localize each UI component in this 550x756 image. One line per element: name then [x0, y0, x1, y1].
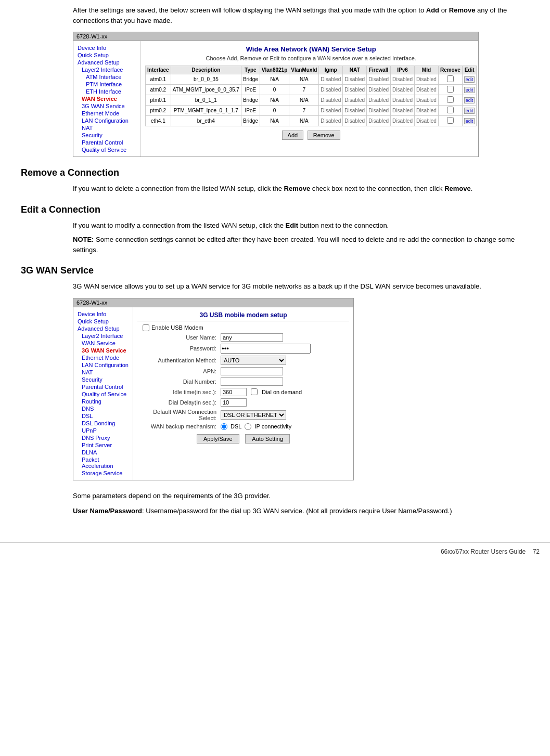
apn-row: APN: — [137, 367, 349, 375]
col-nat: NAT — [343, 66, 367, 74]
sidebar-3g-wan[interactable]: 3G WAN Service — [73, 102, 140, 110]
sidebar2-security[interactable]: Security — [73, 376, 133, 383]
remove-checkbox-2[interactable] — [447, 86, 454, 93]
edit-btn-4[interactable]: edit — [464, 108, 475, 114]
sidebar2-qos[interactable]: Quality of Service — [73, 390, 133, 398]
sidebar-parental[interactable]: Parental Control — [73, 139, 140, 146]
sidebar-ptm[interactable]: PTM Interface — [73, 81, 140, 88]
edit-btn-5[interactable]: edit — [464, 118, 475, 124]
password-row: Password: — [137, 344, 349, 354]
sidebar-lan-config[interactable]: LAN Configuration — [73, 117, 140, 124]
dial-on-demand-checkbox[interactable] — [251, 388, 258, 395]
intro-paragraph: After the settings are saved, the below … — [21, 5, 529, 25]
username-input[interactable] — [221, 333, 283, 342]
apply-save-button[interactable]: Apply/Save — [197, 434, 239, 444]
sidebar-qos[interactable]: Quality of Service — [73, 146, 140, 153]
remove-checkbox-5[interactable] — [447, 117, 454, 124]
sidebar2-dlna[interactable]: DLNA — [73, 449, 133, 456]
sidebar2-nat[interactable]: NAT — [73, 369, 133, 376]
username-row: User Name: — [137, 333, 349, 342]
wan-title: Wide Area Network (WAN) Service Setup — [145, 45, 477, 53]
sidebar2-ethernet-mode[interactable]: Ethernet Mode — [73, 354, 133, 361]
sidebar2-packet-accel[interactable]: Packet Acceleration — [73, 456, 133, 470]
username-password-section: User Name/Password: Username/password fo… — [21, 506, 529, 516]
sidebar2-dns[interactable]: DNS — [73, 405, 133, 412]
sidebar-wan-service[interactable]: WAN Service — [73, 95, 140, 102]
sidebar2-storage[interactable]: Storage Service — [73, 470, 133, 477]
sidebar2-wan-service[interactable]: WAN Service — [73, 340, 133, 347]
sidebar-ethernet-mode[interactable]: Ethernet Mode — [73, 110, 140, 117]
remove-connection-body: If you want to delete a connection from … — [21, 184, 529, 194]
idle-time-row: Idle time(in sec.): Dial on demand — [137, 388, 349, 396]
remove-checkbox-3[interactable] — [447, 96, 454, 103]
footer-text: 66xx/67xx Router Users Guide — [441, 548, 526, 555]
wan-backup-dsl-label: DSL — [231, 423, 241, 429]
sidebar2-parental[interactable]: Parental Control — [73, 383, 133, 390]
footer-page: 72 — [533, 548, 540, 555]
enable-usb-label: Enable USB Modem — [151, 324, 203, 331]
col-description: Description — [171, 66, 241, 74]
table-row: ptm0.1 br_0_1_1 Bridge N/A N/A Disabled … — [146, 95, 477, 106]
edit-btn-1[interactable]: edit — [464, 76, 475, 83]
remove-checkbox-4[interactable] — [447, 107, 454, 113]
sidebar2-dsl[interactable]: DSL — [73, 412, 133, 420]
sidebar2-3g-wan[interactable]: 3G WAN Service — [73, 347, 133, 354]
sidebar2-lan-config[interactable]: LAN Configuration — [73, 361, 133, 369]
dial-number-row: Dial Number: — [137, 377, 349, 386]
sidebar2-dns-proxy[interactable]: DNS Proxy — [73, 434, 133, 441]
col-vlan8021p: Vlan8021p — [260, 66, 289, 74]
col-ipv6: IPv6 — [391, 66, 415, 74]
sidebar-atm[interactable]: ATM Interface — [73, 73, 140, 81]
router-titlebar-1: 6728-W1-xx — [73, 32, 478, 41]
wan-buttons: Add Remove — [145, 131, 477, 140]
enable-usb-checkbox[interactable] — [143, 324, 149, 331]
sidebar2-routing[interactable]: Routing — [73, 398, 133, 405]
sidebar2-device-info[interactable]: Device Info — [73, 310, 133, 318]
dial-on-demand-label: Dial on demand — [262, 389, 302, 395]
router-main-1: Wide Area Network (WAN) Service Setup Ch… — [141, 41, 481, 157]
sidebar2-quick-setup[interactable]: Quick Setup — [73, 318, 133, 325]
wan-backup-dsl-radio[interactable] — [221, 423, 227, 430]
sidebar2-upnp[interactable]: UPnP — [73, 427, 133, 434]
idle-time-input[interactable] — [221, 388, 247, 396]
router-screenshot-1: 6728-W1-xx Device Info Quick Setup Advan… — [73, 32, 479, 157]
edit-btn-3[interactable]: edit — [464, 97, 475, 103]
sidebar-quick-setup[interactable]: Quick Setup — [73, 51, 140, 59]
after-text: Some parameters depend on the requiremen… — [21, 491, 529, 501]
sidebar2-advanced-setup[interactable]: Advanced Setup — [73, 325, 133, 332]
apn-input[interactable] — [221, 367, 283, 375]
sidebar-device-info[interactable]: Device Info — [73, 44, 140, 51]
col-vlanmuxid: VlanMuxId — [289, 66, 319, 74]
remove-connection-heading: Remove a Connection — [21, 167, 529, 178]
enable-usb-row: Enable USB Modem — [137, 324, 349, 331]
sidebar2-dsl-bonding[interactable]: DSL Bonding — [73, 420, 133, 427]
wan-backup-ip-radio[interactable] — [245, 423, 251, 430]
sidebar-eth[interactable]: ETH Interface — [73, 88, 140, 95]
password-input[interactable] — [221, 344, 311, 354]
edit-connection-heading: Edit a Connection — [21, 204, 529, 215]
wan-backup-ip-label: IP connectivity — [254, 423, 291, 429]
sidebar2-print-server[interactable]: Print Server — [73, 441, 133, 449]
router-sidebar-1: Device Info Quick Setup Advanced Setup L… — [73, 41, 141, 157]
sidebar-advanced-setup[interactable]: Advanced Setup — [73, 59, 140, 66]
wan-table: Interface Description Type Vlan8021p Vla… — [145, 66, 477, 126]
dial-delay-row: Dial Delay(in sec.): — [137, 398, 349, 407]
remove-checkbox-1[interactable] — [447, 75, 454, 82]
modem-title: 3G USB mobile modem setup — [137, 311, 349, 321]
edit-btn-2[interactable]: edit — [464, 87, 475, 93]
sidebar2-layer2[interactable]: Layer2 Interface — [73, 332, 133, 340]
dial-number-input[interactable] — [221, 377, 283, 386]
col-mid: MId — [415, 66, 439, 74]
sidebar-layer2[interactable]: Layer2 Interface — [73, 66, 140, 73]
sidebar-security[interactable]: Security — [73, 132, 140, 139]
default-wan-select[interactable]: DSL OR ETHERNET — [221, 410, 286, 420]
dial-delay-input[interactable] — [221, 398, 247, 407]
remove-button[interactable]: Remove — [308, 131, 340, 140]
col-igmp: Igmp — [319, 66, 343, 74]
auth-method-select[interactable]: AUTO PAP CHAP — [221, 356, 286, 365]
auto-setting-button[interactable]: Auto Setting — [245, 434, 290, 444]
sidebar-nat[interactable]: NAT — [73, 124, 140, 132]
router-titlebar-2: 6728-W1-xx — [73, 298, 353, 307]
add-button[interactable]: Add — [282, 131, 304, 140]
col-remove: Remove — [438, 66, 462, 74]
